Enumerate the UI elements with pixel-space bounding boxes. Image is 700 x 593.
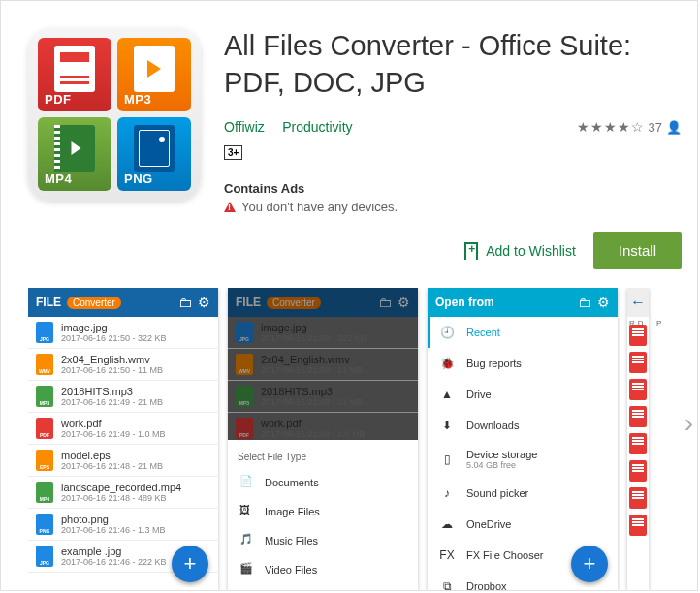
open-from-item[interactable]: ☁OneDrive	[428, 509, 618, 540]
file-icon	[36, 418, 53, 439]
fab-add-button[interactable]: +	[172, 546, 208, 582]
add-to-wishlist-button[interactable]: Add to Wishlist	[464, 242, 576, 260]
sheet-item[interactable]: 📄Documents	[228, 468, 418, 497]
file-icon	[236, 354, 253, 375]
file-icon	[36, 514, 53, 535]
file-row[interactable]: work.pdf2017-06-16 21:49 - 1.0 MB	[28, 413, 218, 445]
person-icon: 👤	[666, 120, 682, 135]
developer-link[interactable]: Offiwiz	[224, 119, 265, 135]
open-from-item[interactable]: ▲Drive	[428, 379, 618, 410]
star-icon: ★★★★☆	[577, 119, 645, 135]
screenshot-carousel[interactable]: FILE Converter 🗀 ⚙ image.jpg2017-06-16 2…	[28, 288, 697, 590]
clock-icon: 🕘	[439, 325, 455, 340]
screenshot-1[interactable]: FILE Converter 🗀 ⚙ image.jpg2017-06-16 2…	[28, 288, 218, 590]
gear-icon: ⚙	[198, 295, 210, 310]
warning-icon	[224, 202, 236, 212]
open-from-item[interactable]: 🐞Bug reports	[428, 348, 618, 379]
file-row[interactable]: 2018HITS.mp32017-06-16 21:49 - 21 MB	[28, 381, 218, 413]
file-icon	[36, 546, 53, 567]
gear-icon: ⚙	[597, 295, 610, 310]
open-from-item[interactable]: ♪Sound picker	[428, 478, 618, 509]
rating[interactable]: ★★★★☆ 37 👤	[577, 119, 682, 135]
screenshot-4[interactable]: ← RD P	[627, 288, 649, 590]
bookmark-add-icon	[464, 242, 478, 260]
file-row[interactable]: 2018HITS.mp32017-06-16 21:49 - 21 MB	[228, 381, 418, 413]
file-icon	[36, 386, 53, 407]
contains-ads-label: Contains Ads	[224, 181, 682, 196]
screenshot-2[interactable]: FILE Converter 🗀 ⚙ image.jpg2017-06-16 2…	[228, 288, 418, 590]
file-type-sheet: Select File Type 📄Documents🖼Image Files🎵…	[228, 440, 418, 590]
carousel-next-button[interactable]: ›	[684, 408, 693, 439]
file-icon	[36, 354, 53, 375]
app-icon: PDF MP3 MP4 PNG	[28, 28, 201, 201]
file-row[interactable]: photo.png2017-06-16 21:46 - 1.3 MB	[28, 509, 218, 541]
sheet-item[interactable]: 🎬Video Files	[228, 555, 418, 584]
open-from-item[interactable]: ▯Device storage5.04 GB free	[428, 441, 618, 478]
file-icon	[36, 450, 53, 471]
file-icon	[36, 482, 53, 503]
folder-icon: 🗀	[578, 295, 591, 310]
back-icon: ←	[627, 288, 649, 317]
gear-icon: ⚙	[398, 295, 410, 310]
sheet-item[interactable]: 🖼Image Files	[228, 497, 418, 526]
file-icon	[236, 418, 253, 439]
sheet-item[interactable]: 🎵Music Files	[228, 526, 418, 555]
category-link[interactable]: Productivity	[282, 119, 352, 135]
file-icon	[36, 322, 53, 343]
file-row[interactable]: image.jpg2017-06-16 21:50 - 322 KB	[28, 317, 218, 349]
install-button[interactable]: Install	[593, 232, 682, 269]
folder-icon: 🗀	[178, 295, 192, 310]
folder-icon: 🗀	[378, 295, 392, 310]
open-from-item[interactable]: ⬇Downloads	[428, 410, 618, 441]
screenshot-3[interactable]: Open from 🗀 ⚙ 🕘Recent 🐞Bug reports▲Drive…	[428, 288, 618, 590]
no-devices-warning: You don't have any devices.	[224, 200, 682, 214]
file-row[interactable]: landscape_recorded.mp42017-06-16 21:48 -…	[28, 477, 218, 509]
file-row[interactable]: 2x04_English.wmv2017-06-16 21:50 - 11 MB	[228, 349, 418, 381]
fab-add-button[interactable]: +	[571, 546, 608, 582]
app-title: All Files Converter - Office Suite: PDF,…	[224, 28, 682, 101]
file-row[interactable]: 2x04_English.wmv2017-06-16 21:50 - 11 MB	[28, 349, 218, 381]
content-rating-badge: 3+	[224, 145, 242, 160]
file-icon	[236, 386, 253, 407]
file-row[interactable]: image.jpg2017-06-16 21:50 - 322 KB	[228, 317, 418, 349]
file-row[interactable]: model.eps2017-06-16 21:48 - 21 MB	[28, 445, 218, 477]
file-icon	[236, 322, 253, 343]
